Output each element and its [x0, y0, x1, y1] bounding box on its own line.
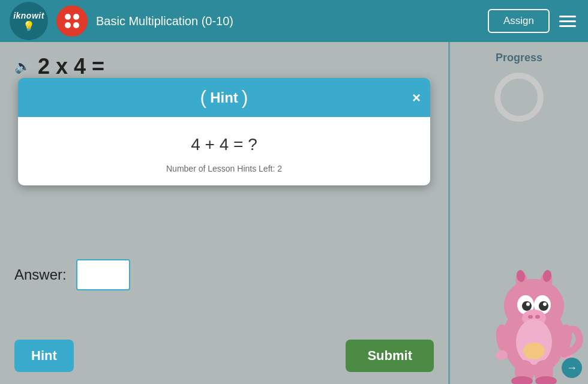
svg-point-16 [535, 315, 540, 319]
hamburger-line-2 [559, 20, 576, 22]
svg-point-12 [526, 302, 530, 306]
dice-icon [56, 5, 88, 37]
question-panel: 🔊 2 x 4 = ( Hint ) × 4 + 4 = ? Number of… [0, 42, 450, 384]
question-row: 🔊 2 x 4 = [14, 54, 434, 79]
hint-bracket-right: ) [242, 86, 248, 109]
dot4 [73, 22, 79, 28]
hamburger-line-3 [559, 25, 576, 27]
hint-close-button[interactable]: × [412, 89, 421, 106]
progress-circle [492, 70, 546, 124]
bulb-icon: 💡 [23, 20, 35, 32]
bottom-buttons: Hint Submit [14, 340, 434, 372]
svg-point-11 [539, 301, 548, 311]
svg-point-10 [522, 301, 532, 311]
svg-point-15 [528, 315, 533, 319]
svg-point-13 [543, 302, 547, 306]
question-text: 2 x 4 = [38, 54, 104, 79]
logo: iknowit 💡 [10, 2, 48, 40]
dot2 [73, 14, 79, 20]
hamburger-line-1 [559, 16, 576, 17]
progress-title: Progress [496, 52, 542, 64]
answer-input[interactable] [76, 259, 130, 290]
assign-button[interactable]: Assign [488, 9, 550, 33]
hint-modal-title: Hint [205, 89, 243, 106]
arrow-right-icon: → [566, 362, 577, 374]
sound-icon[interactable]: 🔊 [14, 59, 31, 74]
hint-modal-header: ( Hint ) × [18, 78, 430, 117]
menu-button[interactable] [557, 13, 578, 29]
right-panel: Progress [450, 42, 588, 384]
svg-point-0 [497, 76, 541, 119]
logo-text: iknowit [13, 11, 44, 20]
hint-button[interactable]: Hint [14, 340, 74, 372]
hint-equation: 4 + 4 = ? [30, 135, 418, 154]
answer-row: Answer: [14, 259, 434, 290]
header-actions: Assign [488, 9, 578, 33]
app-header: iknowit 💡 Basic Multiplication (0-10) As… [0, 0, 588, 42]
hint-title-wrapper: ( Hint ) [200, 86, 248, 109]
svg-point-22 [523, 343, 545, 359]
hints-left-text: Number of Lesson Hints Left: 2 [30, 164, 418, 173]
dot1 [65, 14, 71, 20]
dot3 [65, 22, 71, 28]
nav-arrow[interactable]: → [562, 358, 582, 378]
submit-button[interactable]: Submit [346, 340, 434, 372]
answer-label: Answer: [14, 266, 67, 283]
lesson-title: Basic Multiplication (0-10) [96, 14, 479, 28]
main-content: 🔊 2 x 4 = ( Hint ) × 4 + 4 = ? Number of… [0, 42, 588, 384]
hint-modal: ( Hint ) × 4 + 4 = ? Number of Lesson Hi… [18, 78, 430, 185]
hint-modal-body: 4 + 4 = ? Number of Lesson Hints Left: 2 [18, 117, 430, 185]
